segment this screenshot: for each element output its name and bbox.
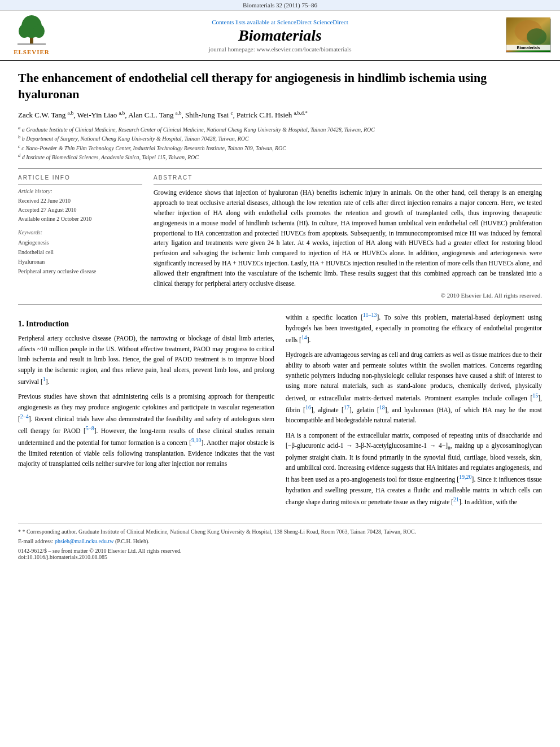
affiliation-a: a a Graduate Institute of Clinical Medic… [18,125,542,134]
keyword-1: Angiogenesis [18,238,142,247]
copyright-text: 0142-9612/$ – see front matter © 2010 El… [18,548,542,554]
email-link[interactable]: phsieh@mail.ncku.edu.tw [55,538,113,544]
svg-rect-4 [18,43,46,45]
intro-section-title: 1. Introduction [18,320,274,329]
email-note: E-mail address: phsieh@mail.ncku.edu.tw … [18,538,542,545]
section-divider [18,304,542,305]
intro-left-col: 1. Introduction Peripheral artery occlus… [18,311,274,512]
article-info-column: ARTICLE INFO Article history: Received 2… [18,174,142,299]
header-divider [18,168,542,169]
journal-name: Biomaterials [54,27,506,45]
history-label: Article history: [18,188,142,194]
abstract-divider [154,184,542,185]
sciencedirect-brand: ScienceDirect [313,19,348,25]
section-number: 1. [18,320,24,328]
journal-homepage: journal homepage: www.elsevier.com/locat… [54,46,506,53]
article-content: The enhancement of endothelial cell ther… [0,61,560,569]
keyword-4: Peripheral artery occlusive disease [18,267,142,276]
elsevier-tree-icon [12,15,51,46]
keyword-3: Hyaluronan [18,257,142,267]
sciencedirect-link[interactable]: Contents lists available at ScienceDirec… [54,19,506,25]
svg-text:Biomaterials: Biomaterials [517,46,540,50]
elsevier-logo: ELSEVIER [9,15,54,55]
keyword-2: Endothelial cell [18,247,142,257]
intro-paragraph-5: HA is a component of the extracellular m… [286,430,542,508]
affiliation-c: c c Nano-Powder & Thin Film Technology C… [18,143,542,152]
svg-point-2 [19,24,30,38]
available-date: Available online 2 October 2010 [18,215,142,224]
intro-paragraph-4: Hydrogels are advantageous serving as ce… [286,350,542,425]
footnotes-area: * * Corresponding author. Graduate Insti… [18,523,542,560]
abstract-copyright: © 2010 Elsevier Ltd. All rights reserved… [154,292,542,299]
intro-paragraph-3: within a specific location [11–13]. To s… [286,311,542,345]
cover-art-icon: Biomaterials [506,17,550,51]
svg-point-7 [527,28,546,45]
abstract-text: Growing evidence shows that injection of… [154,188,542,289]
affiliation-b: b b Department of Surgery, National Chen… [18,134,542,143]
affiliations: a a Graduate Institute of Clinical Medic… [18,125,542,161]
keywords-label: Keywords: [18,229,142,235]
journal-header-center: Contents lists available at ScienceDirec… [54,19,506,53]
intro-paragraph-1: Peripheral artery occlusive disease (PAO… [18,333,274,387]
corresponding-author-note: * * Corresponding author. Graduate Insti… [18,528,542,536]
accepted-date: Accepted 27 August 2010 [18,206,142,215]
received-date: Received 22 June 2010 [18,196,142,206]
intro-paragraph-2: Previous studies have shown that adminis… [18,391,274,469]
article-title: The enhancement of endothelial cell ther… [18,70,542,102]
abstract-header: ABSTRACT [154,174,542,181]
author-tang: Zack C.W. Tang a,b, Wei-Yin Liao a,b, Al… [18,111,308,119]
elsevier-text: ELSEVIER [9,49,54,55]
svg-point-3 [33,24,45,38]
authors-line: Zack C.W. Tang a,b, Wei-Yin Liao a,b, Al… [18,109,542,120]
journal-citation: Biomaterials 32 (2011) 75–86 [243,2,317,8]
abstract-column: ABSTRACT Growing evidence shows that inj… [154,174,542,299]
introduction-section: 1. Introduction Peripheral artery occlus… [18,311,542,512]
affiliation-d: d d Institute of Biomedical Sciences, Ac… [18,152,542,161]
svg-rect-0 [30,37,33,45]
journal-header: ELSEVIER Contents lists available at Sci… [0,11,560,61]
article-info-divider [18,184,142,185]
doi-text: doi:10.1016/j.biomaterials.2010.08.085 [18,554,542,560]
article-info-header: ARTICLE INFO [18,174,142,181]
journal-citation-bar: Biomaterials 32 (2011) 75–86 [0,0,560,11]
section-title-text: Introduction [26,320,69,328]
biomaterials-cover-image: Biomaterials [506,19,551,53]
copyright-doi-line: 0142-9612/$ – see front matter © 2010 El… [18,548,542,560]
intro-right-col: within a specific location [11–13]. To s… [286,311,542,512]
info-abstract-section: ARTICLE INFO Article history: Received 2… [18,174,542,299]
